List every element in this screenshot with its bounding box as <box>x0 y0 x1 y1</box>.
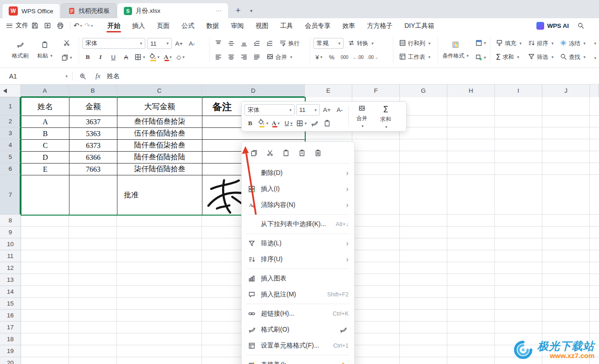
row-header-16[interactable]: 16 <box>0 310 21 322</box>
align-center-button[interactable] <box>226 52 237 63</box>
row-header-11[interactable]: 11 <box>0 250 21 262</box>
row-header-12[interactable]: 12 <box>0 262 21 274</box>
name-box[interactable]: A1 ▾ <box>0 73 72 80</box>
menu-item-insert[interactable]: 插入(I) <box>242 181 354 197</box>
menu-tab-7[interactable]: 视图 <box>249 19 274 32</box>
cell-A4[interactable]: C <box>21 140 69 152</box>
row-header-15[interactable]: 15 <box>0 298 21 310</box>
font-size-select[interactable]: 11 <box>147 38 172 49</box>
freeze-button[interactable]: 冻结 <box>557 38 588 49</box>
convert-button[interactable]: 转换 <box>345 38 376 49</box>
cell-A2[interactable]: A <box>21 116 69 128</box>
ribbon-more-row1-icon[interactable]: ▾ <box>594 41 596 46</box>
redo-button[interactable]: ↷▾ <box>85 21 95 30</box>
row-header-7[interactable]: 7 <box>0 175 21 215</box>
format-painter-pin-icon[interactable] <box>339 326 349 333</box>
menu-tab-4[interactable]: 公式 <box>175 19 200 32</box>
cell-C2[interactable]: 叁仟陆佰叁拾柒 <box>117 116 202 128</box>
row-header-18[interactable]: 18 <box>0 333 21 345</box>
row-header-17[interactable]: 17 <box>0 322 21 333</box>
cell-B5[interactable]: 6366 <box>69 152 117 164</box>
menu-tab-12[interactable]: DIY工具箱 <box>398 19 440 32</box>
ribbon-more-row2-icon[interactable]: ▾ <box>594 56 596 60</box>
tab-docer-template[interactable]: 找稻壳模板 <box>61 3 117 18</box>
menu-tab-2[interactable]: 插入 <box>126 19 151 32</box>
cell-C4[interactable]: 陆仟叁佰柒拾叁 <box>117 140 202 152</box>
font-color-button[interactable]: A <box>162 52 173 63</box>
menu-item-clear-contents[interactable]: A清除内容(N) <box>242 197 354 213</box>
cell-B1[interactable]: 金额 <box>69 98 117 116</box>
row-header-10[interactable]: 10 <box>0 238 21 250</box>
cell-C7[interactable]: 批准 <box>117 175 202 215</box>
copy-button[interactable] <box>60 52 73 63</box>
menu-tab-1[interactable]: 开始 <box>101 19 126 32</box>
table-style-button[interactable] <box>474 37 487 48</box>
mini-font-name-select[interactable]: 宋体 <box>244 104 295 116</box>
decrease-font-button[interactable]: A- <box>186 38 197 49</box>
sort-button[interactable]: 排序 <box>525 38 556 49</box>
cut-icon[interactable] <box>265 148 275 158</box>
fill-button[interactable]: 填充 <box>493 38 524 49</box>
row-header-2[interactable]: 2 <box>0 116 21 127</box>
menu-item-table-beautify[interactable]: 表格美化 <box>242 357 354 364</box>
currency-button[interactable]: ¥ <box>313 52 324 63</box>
cell-A1[interactable]: 姓名 <box>21 98 69 116</box>
wrap-text-button[interactable]: 换行 <box>277 38 302 49</box>
increase-font-button[interactable]: A+ <box>174 38 185 49</box>
mini-font-color-button[interactable]: A <box>270 117 281 129</box>
underline-button[interactable]: U <box>108 52 119 63</box>
justify-button[interactable] <box>251 52 262 63</box>
tab-list-dropdown[interactable]: ▾ <box>247 4 255 17</box>
column-header-A[interactable]: A <box>21 84 69 97</box>
column-header-E[interactable]: E <box>305 84 352 97</box>
conditional-format-button[interactable]: 条件格式 <box>441 37 470 64</box>
align-top-button[interactable] <box>213 38 224 49</box>
row-header-3[interactable]: 3 <box>0 127 21 139</box>
column-header-D[interactable]: D <box>202 84 305 97</box>
tab-active-document[interactable]: S 月份.xlsx ⋯ <box>117 3 228 18</box>
mini-borders-button[interactable] <box>296 117 307 129</box>
wps-ai-button[interactable]: WPS AI <box>536 22 569 30</box>
format-painter-button[interactable]: 格式刷 <box>9 37 31 64</box>
menu-item-filter[interactable]: 筛选(L) <box>242 235 354 251</box>
fill-color-button[interactable] <box>148 52 161 63</box>
mini-sum-button[interactable]: Σ 求和 <box>375 104 396 129</box>
column-header-H[interactable]: H <box>447 84 495 97</box>
paste-icon[interactable] <box>281 148 291 158</box>
decrease-decimal-button[interactable]: .00→ <box>366 52 379 63</box>
find-button[interactable]: 查找 <box>557 52 588 63</box>
column-header-B[interactable]: B <box>69 84 117 97</box>
row-header-4[interactable]: 4 <box>0 139 21 151</box>
zoom-search-icon[interactable] <box>77 71 88 82</box>
row-header-19[interactable]: 19 <box>0 345 21 357</box>
bold-button[interactable]: B <box>82 52 93 63</box>
row-header-6[interactable]: 6 <box>0 163 21 175</box>
cell-C5[interactable]: 陆仟叁佰陆拾陆 <box>117 152 202 164</box>
strikethrough-button[interactable]: A <box>121 52 132 63</box>
decrease-indent-button[interactable] <box>251 38 262 49</box>
cell-C1[interactable]: 大写金额 <box>117 98 202 116</box>
italic-button[interactable]: I <box>95 52 106 63</box>
mini-decrease-font-button[interactable]: A- <box>334 104 345 116</box>
cell-A3[interactable]: B <box>21 128 69 140</box>
increase-decimal-button[interactable]: ←.00 <box>352 52 365 63</box>
mini-font-size-select[interactable]: 11 <box>296 104 320 116</box>
name-box-caret-icon[interactable]: ▾ <box>65 74 68 79</box>
shading-button[interactable]: ◇ <box>175 52 186 63</box>
column-header-J[interactable]: J <box>542 84 590 97</box>
cell-B3[interactable]: 5363 <box>69 128 117 140</box>
mini-merge-button[interactable]: 合并 <box>351 104 372 129</box>
cell-B4[interactable]: 6373 <box>69 140 117 152</box>
align-middle-button[interactable] <box>226 38 237 49</box>
menu-tab-8[interactable]: 工具 <box>274 19 299 32</box>
copy-icon[interactable] <box>249 148 259 158</box>
cell-style-button[interactable] <box>474 52 487 63</box>
align-bottom-button[interactable] <box>239 38 249 49</box>
new-tab-button[interactable]: + <box>232 4 244 17</box>
sum-button[interactable]: Σ求和 <box>493 52 524 63</box>
column-header-F[interactable]: F <box>352 84 400 97</box>
paste-special-icon[interactable] <box>313 148 323 158</box>
menu-tab-3[interactable]: 页面 <box>151 19 175 32</box>
rows-columns-button[interactable]: 行和列 <box>397 38 433 49</box>
menu-tab-6[interactable]: 审阅 <box>225 19 249 32</box>
